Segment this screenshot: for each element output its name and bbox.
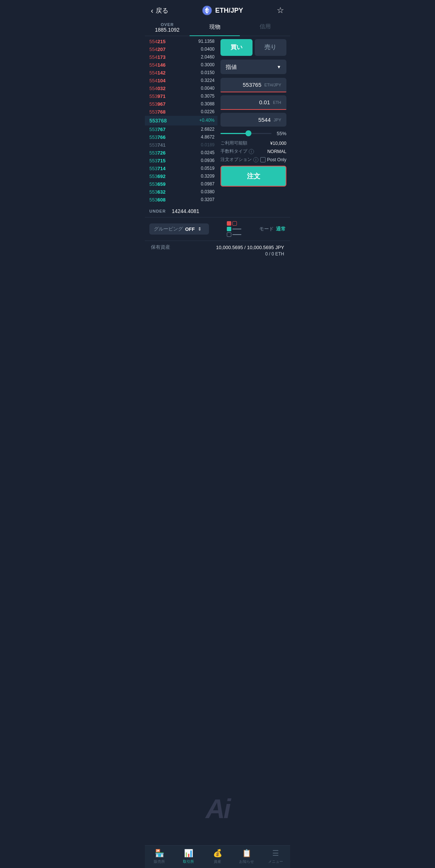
ob-sell-price-0: 554215	[149, 39, 165, 44]
over-value: 1885.1092	[155, 27, 180, 33]
assets-eth-row: 0 / 0 ETH	[151, 251, 284, 257]
ob-sell-amount-5: 0.3224	[201, 78, 215, 83]
price-input-value[interactable]: 553765	[243, 82, 261, 88]
amount-input-unit: ETH	[273, 100, 281, 105]
ob-sell-amount-2: 2.0460	[201, 54, 215, 60]
grouping-arrows-icon: ⇕	[198, 226, 201, 232]
orderbook: 554215 91.1358 554207 0.0400 554173 2.04…	[145, 36, 218, 205]
amount-red-underline	[220, 109, 286, 110]
fee-label: 手数料タイプ i	[220, 148, 254, 155]
fee-info-icon[interactable]: i	[249, 149, 254, 154]
available-value: ¥10,000	[270, 141, 286, 146]
available-row: ご利用可能額 ¥10,000	[220, 140, 286, 146]
mode-section: モード 通常	[259, 226, 286, 232]
ob-sell-amount-6: 0.0040	[201, 86, 215, 91]
ob-buy-price-2: 553741	[149, 142, 165, 148]
ob-sell-price-2: 554173	[149, 54, 165, 60]
header-center: ETH/JPY	[202, 5, 243, 16]
post-only-label: Post Only	[267, 157, 286, 162]
slider-track	[220, 133, 272, 134]
ob-sell-amount-0: 91.1358	[199, 39, 215, 44]
slider-container[interactable]	[220, 130, 272, 137]
ob-sell-price-8: 553967	[149, 101, 165, 107]
ob-buy-row: 553766 4.8672	[145, 133, 218, 141]
ob-current-price-value: 553768	[149, 118, 167, 124]
ob-buy-price-8: 553632	[149, 189, 165, 195]
slider-fill	[220, 133, 248, 134]
slider-thumb[interactable]	[245, 130, 251, 136]
price-red-underline	[220, 92, 286, 92]
amount-input-wrapper: 0.01 ETH	[220, 95, 286, 110]
assets-jpy-value: 10,000.5695 / 10,000.5695 JPY	[216, 245, 284, 250]
ob-sell-row: 554032 0.0040	[145, 85, 218, 92]
order-type-select[interactable]: 指値 成行	[220, 60, 286, 74]
ob-sell-price-7: 553971	[149, 93, 165, 99]
price-input-wrapper: 553765 ETH/JPY	[220, 78, 286, 92]
sell-button[interactable]: 売り	[255, 39, 287, 56]
ob-current-change: +0.40%	[199, 118, 215, 124]
option-info-icon[interactable]: i	[253, 157, 258, 162]
ob-buy-row: 553767 2.6822	[145, 125, 218, 133]
ob-buy-price-1: 553766	[149, 134, 165, 140]
tabs-row: OVER 1885.1092 現物 信用	[145, 19, 290, 36]
order-type-wrapper: 指値 成行	[220, 60, 286, 74]
order-option-row: 注文オプション i Post Only	[220, 156, 286, 163]
ob-sell-row: 553967 0.3088	[145, 100, 218, 108]
ob-sell-amount-3: 0.3000	[201, 62, 215, 68]
mode-value[interactable]: 通常	[276, 226, 286, 232]
order-submit-button[interactable]: 注文	[220, 166, 286, 187]
ob-buy-row: 553715 0.0936	[145, 157, 218, 165]
fee-value: NORMAL	[267, 149, 286, 154]
tab-over-section: OVER 1885.1092	[145, 19, 190, 36]
amount-input-value[interactable]: 0.01	[259, 99, 270, 105]
tab-margin[interactable]: 信用	[240, 19, 290, 36]
ob-buy-price-4: 553715	[149, 158, 165, 163]
slider-percent: 55%	[274, 131, 286, 136]
ob-buy-row: 553692 0.3209	[145, 172, 218, 180]
slider-row: 55%	[220, 130, 286, 137]
ob-sell-row: 553768 0.0226	[145, 108, 218, 116]
over-label: OVER	[161, 22, 174, 27]
back-label: 戻る	[156, 6, 168, 15]
grouping-label: グルーピング	[154, 226, 183, 232]
ob-sell-row: 554215 91.1358	[145, 38, 218, 45]
ob-sell-price-6: 554032	[149, 86, 165, 91]
ob-buy-price-7: 553659	[149, 181, 165, 187]
ob-sell-amount-4: 0.0150	[201, 70, 215, 76]
tab-spot[interactable]: 現物	[190, 20, 240, 36]
ob-buy-amount-1: 4.8672	[201, 134, 215, 140]
ob-sell-amount-7: 0.3075	[201, 93, 215, 99]
available-label: ご利用可能額	[220, 140, 247, 146]
layout-icon[interactable]	[227, 221, 241, 237]
post-only-checkbox[interactable]	[260, 157, 266, 162]
ob-current-price-row: 553768 +0.40%	[145, 116, 218, 125]
ob-buy-amount-7: 0.0987	[201, 181, 215, 187]
ob-sell-amount-1: 0.0400	[201, 47, 215, 52]
ob-sell-price-4: 554142	[149, 70, 165, 76]
ob-buy-row: 553608 0.3207	[145, 196, 218, 204]
ob-buy-amount-3: 0.0245	[201, 150, 215, 156]
ob-sell-amount-8: 0.3088	[201, 101, 215, 107]
back-chevron-icon: ‹	[151, 6, 153, 15]
grouping-select[interactable]: グルーピング OFF ⇕	[149, 223, 209, 235]
assets-label: 保有資産	[151, 244, 170, 251]
total-input-unit: JPY	[274, 118, 281, 122]
under-value: 14244.4081	[172, 208, 199, 214]
ob-sell-price-9: 553768	[149, 109, 165, 115]
buy-sell-row: 買い 売り	[220, 39, 286, 56]
ob-buy-amount-5: 0.0519	[201, 166, 215, 171]
favorite-button[interactable]: ☆	[277, 6, 284, 15]
ob-buy-price-5: 553714	[149, 166, 165, 171]
ob-sell-price-1: 554207	[149, 47, 165, 52]
price-input-unit: ETH/JPY	[264, 83, 281, 87]
ob-sell-amount-9: 0.0226	[201, 109, 215, 115]
ob-buy-amount-4: 0.0936	[201, 158, 215, 163]
buy-button[interactable]: 買い	[220, 39, 253, 56]
back-button[interactable]: ‹ 戻る	[151, 6, 168, 15]
header-title: ETH/JPY	[215, 7, 243, 15]
under-label: UNDER	[149, 209, 166, 213]
ob-sell-row: 554142 0.0150	[145, 69, 218, 77]
order-form-panel: 買い 売り 指値 成行 553765 ETH/JPY 0.01 ETH	[218, 36, 290, 205]
ob-buy-row: 553714 0.0519	[145, 165, 218, 172]
ob-buy-price-9: 553608	[149, 197, 165, 203]
